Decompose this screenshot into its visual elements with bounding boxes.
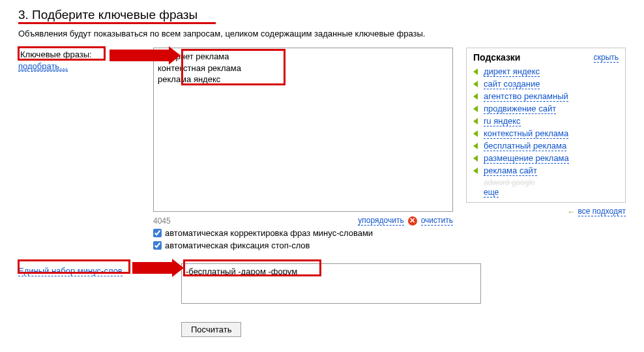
hint-link[interactable]: бесплатный реклама xyxy=(484,141,566,151)
arrow-left-icon xyxy=(473,106,480,112)
arrow-left-icon xyxy=(473,143,480,149)
hint-link[interactable]: директ яндекс xyxy=(484,66,540,77)
stop-words-checkbox[interactable] xyxy=(153,241,162,250)
char-count: 4045 xyxy=(153,216,171,226)
auto-minus-label: автоматическая корректировка фраз минус-… xyxy=(165,228,373,238)
stop-words-label: автоматическая фиксация стоп-слов xyxy=(165,241,310,250)
arrow-left-icon xyxy=(473,81,480,87)
hint-cutoff: adword google xyxy=(484,178,619,187)
hint-item[interactable]: ru яндекс xyxy=(473,116,619,126)
arrow-left-icon xyxy=(473,68,480,75)
hint-link[interactable]: агентство рекламный xyxy=(484,91,568,102)
hint-link[interactable]: сайт создание xyxy=(484,79,540,89)
hint-item[interactable]: агентство рекламный xyxy=(473,91,619,102)
arrow-left-icon xyxy=(473,168,480,174)
arrow-left-icon xyxy=(473,93,480,100)
clear-icon[interactable]: ✕ xyxy=(408,216,417,226)
keywords-label: Ключевые фразы: xyxy=(18,49,94,60)
sort-link[interactable]: упорядочить xyxy=(358,216,403,226)
count-button[interactable]: Посчитать xyxy=(181,322,241,337)
hint-link[interactable]: реклама сайт xyxy=(484,166,537,176)
annotation-title-underline xyxy=(18,22,216,24)
keywords-textarea[interactable] xyxy=(153,48,453,212)
pick-keywords-link[interactable]: подобрать… xyxy=(18,61,68,72)
hints-more-link[interactable]: еще xyxy=(484,188,499,198)
clear-link[interactable]: очистить xyxy=(421,216,453,226)
auto-minus-checkbox[interactable] xyxy=(153,229,162,237)
hints-hide-link[interactable]: скрыть xyxy=(594,53,619,63)
hints-panel: Подсказки скрыть директ яндекссайт созда… xyxy=(466,48,626,203)
hint-item[interactable]: директ яндекс xyxy=(473,66,619,77)
hint-link[interactable]: контекстный реклама xyxy=(484,128,568,139)
hint-item[interactable]: сайт создание xyxy=(473,79,619,89)
hints-title: Подсказки xyxy=(473,52,520,63)
arrow-left-icon xyxy=(473,130,480,137)
hint-item[interactable]: бесплатный реклама xyxy=(473,141,619,151)
hint-item[interactable]: размещение реклама xyxy=(473,153,619,164)
section-description: Объявления будут показываться по всем за… xyxy=(18,29,626,38)
minus-words-label[interactable]: Единый набор минус-слов xyxy=(18,266,123,276)
hint-link[interactable]: размещение реклама xyxy=(484,153,569,164)
minus-words-textarea[interactable] xyxy=(181,263,481,304)
arrow-left-icon xyxy=(473,118,480,125)
hint-item[interactable]: контекстный реклама xyxy=(473,128,619,139)
hint-link[interactable]: ru яндекс xyxy=(484,116,521,126)
arrow-left-icon xyxy=(473,155,480,162)
hint-link[interactable]: продвижение сайт xyxy=(484,104,556,114)
hint-list: директ яндекссайт созданиеагентство рекл… xyxy=(473,66,619,176)
hints-all-fit-link[interactable]: все подходят xyxy=(578,207,626,216)
arrow-left-icon: ← xyxy=(568,207,576,216)
hint-item[interactable]: продвижение сайт xyxy=(473,104,619,114)
hint-item[interactable]: реклама сайт xyxy=(473,166,619,176)
